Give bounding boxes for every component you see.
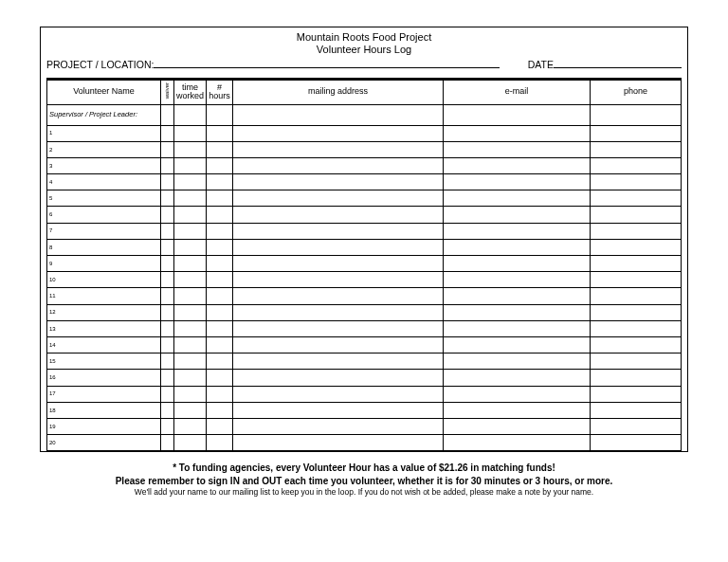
table-row[interactable]: 9 <box>47 256 682 272</box>
row-number: 14 <box>47 336 161 353</box>
table-row[interactable]: 5 <box>47 190 682 207</box>
col-time-worked: time worked <box>174 80 207 104</box>
date-label: DATE <box>528 59 554 70</box>
row-number: 1 <box>47 125 161 141</box>
table-row[interactable]: 16 <box>47 370 682 386</box>
row-number: 17 <box>47 386 161 402</box>
table-row[interactable]: 11 <box>47 288 682 304</box>
date-field[interactable] <box>554 67 682 68</box>
table-row[interactable]: 6 <box>47 207 682 223</box>
form-subtitle: Volunteer Hours Log <box>46 44 682 56</box>
org-title: Mountain Roots Food Project <box>46 31 682 44</box>
col-volunteer-name: Volunteer Name <box>47 80 161 104</box>
row-number: 15 <box>47 354 161 370</box>
supervisor-label: Supervisor / Project Leader: <box>47 104 161 125</box>
row-number: 20 <box>47 435 161 451</box>
row-number: 6 <box>47 207 161 223</box>
table-row[interactable]: 3 <box>47 157 682 173</box>
row-number: 5 <box>47 190 161 207</box>
col-email: e-mail <box>444 80 591 104</box>
hours-table: Volunteer Name waiver time worked # hour… <box>46 78 682 451</box>
footer-sign-reminder: Please remember to sign IN and OUT each … <box>0 475 728 488</box>
table-row[interactable]: 8 <box>47 239 682 255</box>
fields-row: PROJECT / LOCATION: DATE <box>46 57 682 78</box>
table-row[interactable]: 12 <box>47 304 682 320</box>
table-row[interactable]: 19 <box>47 418 682 434</box>
row-number: 3 <box>47 157 161 173</box>
col-mailing-address: mailing address <box>233 80 444 104</box>
table-row[interactable]: 20 <box>47 435 682 451</box>
row-number: 8 <box>47 239 161 255</box>
col-phone: phone <box>591 80 682 104</box>
row-number: 9 <box>47 256 161 272</box>
table-row[interactable]: 1 <box>47 125 682 141</box>
table-row[interactable]: 7 <box>47 223 682 239</box>
table-row[interactable]: 4 <box>47 174 682 190</box>
header-row: Volunteer Name waiver time worked # hour… <box>47 80 682 104</box>
table-row[interactable]: 17 <box>47 386 682 402</box>
footer-mailing-note: We'll add your name to our mailing list … <box>0 487 728 498</box>
row-number: 7 <box>47 223 161 239</box>
table-row[interactable]: 10 <box>47 272 682 288</box>
row-number: 13 <box>47 320 161 336</box>
table-row[interactable]: 2 <box>47 141 682 157</box>
log-sheet: Mountain Roots Food Project Volunteer Ho… <box>40 27 688 452</box>
table-row[interactable]: 15 <box>47 354 682 370</box>
table-row[interactable]: 18 <box>47 402 682 418</box>
project-location-field[interactable] <box>154 67 499 68</box>
row-number: 2 <box>47 141 161 157</box>
row-number: 11 <box>47 288 161 304</box>
table-row[interactable]: 13 <box>47 320 682 336</box>
footer-notes: * To funding agencies, every Volunteer H… <box>0 462 728 498</box>
row-number: 12 <box>47 304 161 320</box>
row-number: 4 <box>47 174 161 190</box>
col-waiver: waiver <box>161 80 174 104</box>
footer-funding-note: * To funding agencies, every Volunteer H… <box>0 462 728 475</box>
row-number: 18 <box>47 402 161 418</box>
col-hours: # hours <box>207 80 233 104</box>
project-location-label: PROJECT / LOCATION: <box>46 59 154 70</box>
title-block: Mountain Roots Food Project Volunteer Ho… <box>46 31 682 57</box>
row-number: 10 <box>47 272 161 288</box>
row-number: 16 <box>47 370 161 386</box>
row-number: 19 <box>47 418 161 434</box>
supervisor-row[interactable]: Supervisor / Project Leader: <box>47 104 682 125</box>
table-row[interactable]: 14 <box>47 336 682 353</box>
